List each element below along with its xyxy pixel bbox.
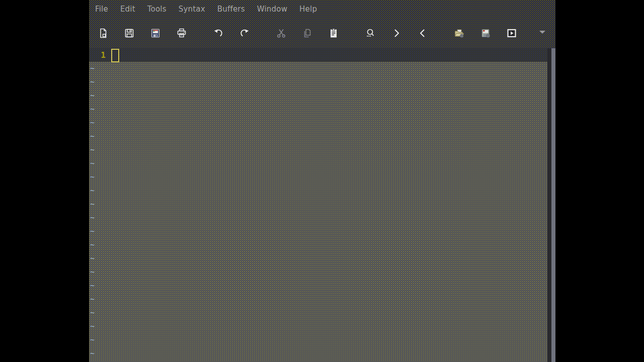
new-file-button[interactable] — [95, 25, 111, 41]
save-button[interactable] — [121, 25, 137, 41]
empty-line-tilde: ~ — [89, 62, 547, 75]
empty-line-tilde: ~ — [89, 130, 547, 143]
print-button[interactable] — [174, 25, 190, 41]
redo-button[interactable] — [236, 25, 253, 41]
empty-line-tilde: ~ — [89, 143, 547, 157]
copy-pages-icon — [301, 27, 313, 39]
save-floppy-icon — [123, 27, 135, 39]
scrollbar-thumb[interactable] — [551, 48, 555, 362]
text-cursor — [111, 49, 119, 62]
text-column[interactable]: 1 ~ ~~~~~~~~~~~~~~~~~~~~~ — [89, 48, 547, 362]
empty-line-tilde: ~ — [89, 211, 547, 225]
load-session-folder-icon — [453, 27, 465, 39]
empty-line-tilde: ~ — [89, 170, 547, 184]
editor-area: 1 ~ ~~~~~~~~~~~~~~~~~~~~~ — [89, 48, 555, 362]
cut-button[interactable] — [273, 25, 289, 41]
paste-clipboard-icon — [328, 27, 340, 39]
empty-line-tilde: ~ — [89, 333, 547, 347]
empty-line-tilde: ~ — [89, 279, 547, 293]
empty-line-tilde: ~ — [89, 306, 547, 320]
paste-button[interactable] — [326, 25, 342, 41]
menu-buffers[interactable]: Buffers — [211, 0, 251, 18]
vertical-scrollbar[interactable] — [547, 48, 555, 362]
menubar: File Edit Tools Syntax Buffers Window He… — [89, 0, 555, 18]
save-all-color-floppy-icon — [149, 27, 162, 39]
find-next-button[interactable] — [388, 25, 405, 41]
empty-line-tilde: ~ — [89, 238, 547, 252]
new-file-icon — [97, 27, 109, 39]
redo-arrow-icon — [238, 27, 251, 39]
menu-window[interactable]: Window — [251, 0, 293, 18]
find-magnifier-icon — [364, 27, 376, 39]
run-script-button[interactable] — [504, 25, 520, 41]
toolbar-overflow-button[interactable] — [536, 25, 548, 41]
empty-line-tilde: ~ — [89, 265, 547, 279]
undo-arrow-icon — [212, 27, 224, 39]
undo-button[interactable] — [210, 25, 226, 41]
empty-line-tilde: ~ — [89, 116, 547, 130]
toolbar-overflow-arrow-icon — [537, 27, 547, 39]
empty-line-tilde: ~ — [89, 252, 547, 265]
menu-tools[interactable]: Tools — [141, 0, 173, 18]
buffer-line-1[interactable]: 1 — [89, 48, 547, 62]
empty-line-tilde: ~ — [89, 75, 547, 89]
empty-line-tilde: ~ — [89, 157, 547, 170]
save-all-button[interactable] — [147, 25, 164, 41]
run-script-window-play-icon — [506, 27, 518, 39]
empty-line-tilde: ~ — [89, 225, 547, 238]
find-prev-chevron-left-icon — [417, 27, 429, 39]
empty-line-tilde: ~ — [89, 293, 547, 306]
line-number: 1 — [89, 48, 107, 62]
toolbar — [89, 18, 555, 48]
gvim-window: File Edit Tools Syntax Buffers Window He… — [89, 0, 555, 362]
save-session-disk-icon — [479, 27, 492, 39]
empty-line-tilde: ~ — [89, 320, 547, 333]
nontext-region[interactable]: ~ ~~~~~~~~~~~~~~~~~~~~~ — [89, 62, 547, 362]
save-session-button[interactable] — [477, 25, 494, 41]
find-button[interactable] — [362, 25, 378, 41]
print-icon — [176, 27, 188, 39]
load-session-button[interactable] — [451, 25, 467, 41]
menu-syntax[interactable]: Syntax — [173, 0, 211, 18]
empty-line-tilde: ~ — [89, 198, 547, 211]
menu-edit[interactable]: Edit — [114, 0, 141, 18]
cut-scissors-icon — [275, 27, 287, 39]
find-prev-button[interactable] — [415, 25, 431, 41]
menu-help[interactable]: Help — [293, 0, 323, 18]
empty-line-tilde: ~ — [89, 184, 547, 198]
copy-button[interactable] — [299, 25, 315, 41]
menu-file[interactable]: File — [89, 0, 114, 18]
empty-line-tilde: ~ — [89, 89, 547, 103]
find-next-chevron-right-icon — [390, 27, 403, 39]
empty-line-tilde: ~ — [89, 347, 547, 360]
empty-line-tilde: ~ — [89, 103, 547, 116]
